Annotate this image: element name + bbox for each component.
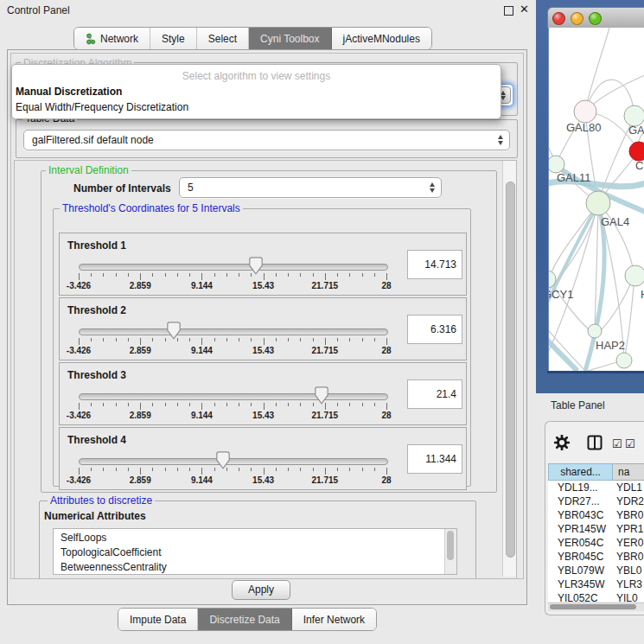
tick-mark [386,403,387,410]
threshold-slider-thumb[interactable] [315,386,328,405]
tick-mark [128,403,129,406]
mac-close-icon[interactable] [552,12,565,25]
table-row[interactable]: YBR043CYBR0 [548,508,644,522]
table-hscrollbar-thumb[interactable] [550,604,636,609]
network-node[interactable] [616,353,632,368]
threshold-slider-track[interactable] [79,328,388,335]
algorithm-option[interactable]: Manual Discretization [12,84,501,99]
num-intervals-combobox[interactable]: 5 [179,177,442,198]
threshold-value-field[interactable]: 21.4 [407,379,462,409]
tick-mark [177,468,178,471]
slider-ticks [79,338,386,346]
network-canvas[interactable]: GAL80GACGAL11GAL4GCY1HHAP2 [548,28,644,371]
table-row[interactable]: YBL079WYBL0 [548,564,644,577]
tick-mark [79,273,80,280]
tick-mark [165,338,166,341]
tick-mark [214,338,215,341]
threshold-slider-track[interactable] [79,458,388,465]
cell-name: YBR0 [613,550,644,564]
tick-mark [214,468,215,471]
list-scrollbar[interactable] [444,529,456,574]
bottom-tab-label: Impute Data [130,614,186,626]
tab-cyni-toolbox[interactable]: Cyni Toolbox [249,28,331,49]
threshold-slider-track[interactable] [79,393,388,400]
split-columns-icon[interactable] [587,435,603,450]
network-node-gal80[interactable] [574,100,596,123]
tab-network[interactable]: Network [74,28,150,49]
cell-name: YBR0 [613,508,644,522]
gear-icon[interactable] [554,435,570,450]
apply-button[interactable]: Apply [232,580,290,600]
checkbox-icon[interactable]: ☑ [612,437,622,450]
interval-group-title: Interval Definition [46,164,131,176]
settings-viewport: Interval Definition Number of Intervals … [14,160,517,579]
attribute-list-item[interactable]: TopologicalCoefficient [54,545,456,560]
tick-mark [165,403,166,406]
table-row[interactable]: YBR045CYBR0 [548,550,644,564]
tab-style[interactable]: Style [150,28,197,49]
bottom-tab-infer-network[interactable]: Infer Network [292,609,376,630]
column-header-shared-name[interactable]: shared... [548,463,613,481]
tick-mark [79,403,80,410]
threshold-slider-thumb[interactable] [216,451,230,469]
tick-mark [264,468,265,475]
tick-mark [177,403,178,406]
tick-mark [337,468,338,471]
column-header-name[interactable]: na [613,463,644,481]
cell-shared-name: YER054C [548,536,613,550]
table-row[interactable]: YLR345WYLR3 [548,577,644,591]
mac-zoom-icon[interactable] [589,12,602,25]
cell-name: YLR3 [613,577,644,591]
bottom-tab-impute-data[interactable]: Impute Data [118,609,198,630]
tick-mark [103,273,104,277]
close-icon[interactable]: ✕ [520,3,529,16]
threshold-slider-thumb[interactable] [167,322,181,340]
cell-shared-name: YBR043C [548,508,613,522]
table-hscrollbar[interactable] [548,603,644,611]
bottom-tab-discretize-data[interactable]: Discretize Data [198,609,291,630]
tick-mark [239,273,239,277]
tick-mark [239,338,239,341]
table-row[interactable]: YDL19...YDL1 [548,481,644,494]
table-row[interactable]: YDR27...YDR2 [548,494,644,508]
tick-mark [386,468,387,475]
bottom-tab-label: Infer Network [303,614,365,626]
cell-shared-name: YBR045C [548,550,613,564]
tick-label: 28 [381,346,391,355]
settings-scrollbar[interactable] [502,161,516,577]
float-window-icon[interactable] [504,6,513,16]
tick-mark [264,403,265,410]
mac-minimize-icon[interactable] [571,12,583,25]
tab-label: jActiveMNodules [343,33,420,45]
threshold-value-field[interactable]: 14.713 [407,250,462,279]
algorithm-option[interactable]: Equal Width/Frequency Discretization [12,99,501,115]
settings-scrollbar-thumb[interactable] [506,182,515,558]
attribute-list-item[interactable]: BetweennessCentrality [54,560,456,575]
attribute-list-item[interactable]: SelfLoops [54,531,456,545]
tab-jactivemnodules[interactable]: jActiveMNodules [332,28,431,49]
list-scrollbar-thumb[interactable] [447,531,454,560]
tick-label: 9.144 [191,346,213,355]
threshold-slider-thumb[interactable] [249,257,263,275]
network-node-c[interactable] [629,142,644,161]
tab-select[interactable]: Select [197,28,249,49]
table-row[interactable]: YIL052CYIL0 [548,591,644,602]
network-edge[interactable] [585,28,609,112]
threshold-value-field[interactable]: 6.316 [407,315,462,344]
checkbox-icon[interactable]: ☑ [625,437,635,450]
numerical-attributes-list[interactable]: SelfLoopsTopologicalCoefficientBetweenne… [53,528,457,575]
top-tab-bar: NetworkStyleSelectCyni ToolboxjActiveMNo… [73,27,432,50]
network-node-gal4[interactable] [586,191,610,215]
tick-mark [91,403,92,406]
table-row[interactable]: YER054CYER0 [548,536,644,550]
network-node-h[interactable] [625,265,644,286]
network-node-hap2[interactable] [588,324,602,338]
network-edge[interactable] [549,337,577,371]
network-node-gal11[interactable] [549,156,564,173]
network-window-titlebar[interactable] [547,7,644,29]
dropdown-placeholder[interactable]: Select algorithm to view settings [12,65,501,84]
table-data-combobox[interactable]: galFiltered.sif default node [23,130,510,150]
threshold-slider-track[interactable] [79,264,388,271]
table-row[interactable]: YPR145WYPR1 [548,522,644,536]
threshold-value-field[interactable]: 11.344 [407,444,462,474]
